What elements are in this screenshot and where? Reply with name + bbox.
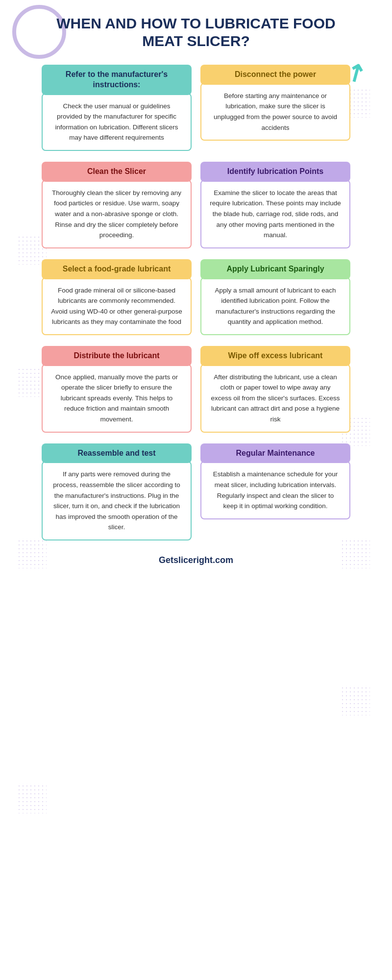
card-select-lubricant-header: Select a food-grade lubricant xyxy=(42,259,192,279)
card-regular-maintenance: Regular MaintenanceEstablish a maintenan… xyxy=(200,443,350,540)
card-apply-lubricant-header: Apply Lubricant Sparingly xyxy=(200,259,350,279)
card-wipe-excess-header: Wipe off excess lubricant xyxy=(200,346,350,366)
card-reassemble: Reassemble and testIf any parts were rem… xyxy=(42,443,192,540)
card-manufacturers-instructions-body: Check the user manual or guidelines prov… xyxy=(42,93,192,151)
page-title: WHEN AND HOW TO LUBRICATE FOOD MEAT SLIC… xyxy=(42,15,350,50)
card-identify-lubrication: Identify lubrication PointsExamine the s… xyxy=(200,162,350,248)
card-clean-slicer-header: Clean the Slicer xyxy=(42,162,192,182)
card-distribute-lubricant-body: Once applied, manually move the parts or… xyxy=(42,364,192,433)
card-reassemble-body: If any parts were removed during the pro… xyxy=(42,461,192,540)
card-manufacturers-instructions-header: Refer to the manufacturer's instructions… xyxy=(42,65,192,95)
card-disconnect-power: Disconnect the powerBefore starting any … xyxy=(200,65,350,151)
card-regular-maintenance-header: Regular Maintenance xyxy=(200,443,350,464)
card-manufacturers-instructions: Refer to the manufacturer's instructions… xyxy=(42,65,192,151)
card-apply-lubricant: Apply Lubricant SparinglyApply a small a… xyxy=(200,259,350,335)
card-apply-lubricant-body: Apply a small amount of lubricant to eac… xyxy=(200,277,350,335)
card-identify-lubrication-body: Examine the slicer to locate the areas t… xyxy=(200,180,350,248)
card-distribute-lubricant-header: Distribute the lubricant xyxy=(42,346,192,366)
cards-grid: Refer to the manufacturer's instructions… xyxy=(42,65,350,540)
card-wipe-excess: Wipe off excess lubricantAfter distribut… xyxy=(200,346,350,433)
footer-text: Getsliceright.com xyxy=(42,555,350,565)
card-disconnect-power-body: Before starting any maintenance or lubri… xyxy=(200,83,350,141)
card-select-lubricant: Select a food-grade lubricantFood grade … xyxy=(42,259,192,335)
dot-grid-5 xyxy=(341,686,370,715)
card-disconnect-power-header: Disconnect the power xyxy=(200,65,350,85)
card-select-lubricant-body: Food grade mineral oil or silicone-based… xyxy=(42,277,192,335)
card-clean-slicer-body: Thoroughly clean the slicer by removing … xyxy=(42,180,192,248)
card-regular-maintenance-body: Establish a maintenance schedule for you… xyxy=(200,461,350,519)
card-clean-slicer: Clean the SlicerThoroughly clean the sli… xyxy=(42,162,192,248)
card-wipe-excess-body: After distributing the lubricant, use a … xyxy=(200,364,350,433)
dot-grid-6 xyxy=(17,784,47,813)
card-identify-lubrication-header: Identify lubrication Points xyxy=(200,162,350,182)
card-reassemble-header: Reassemble and test xyxy=(42,443,192,464)
card-distribute-lubricant: Distribute the lubricantOnce applied, ma… xyxy=(42,346,192,433)
